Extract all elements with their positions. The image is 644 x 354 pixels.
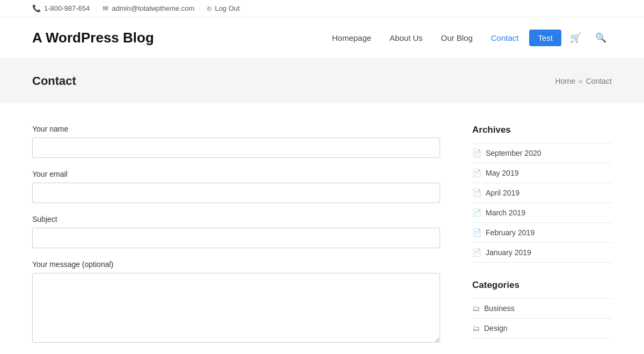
breadcrumb: Home » Contact — [555, 77, 612, 85]
email-group: Your email — [32, 170, 440, 203]
subject-group: Subject — [32, 215, 440, 248]
archives-list: 📄 September 2020 📄 May 2019 📄 April 2019… — [472, 143, 612, 263]
main-layout: Your name Your email Subject Your messag… — [0, 103, 644, 354]
logout-icon: ⎋ — [207, 4, 211, 12]
categories-heading: Categories — [472, 280, 612, 291]
breadcrumb-home[interactable]: Home — [555, 77, 575, 85]
breadcrumb-current: Contact — [586, 77, 612, 85]
file-icon: 📄 — [472, 248, 481, 257]
archive-jan-2019: January 2019 — [486, 248, 531, 257]
categories-section: Categories 🗂 Business 🗂 Design — [472, 280, 612, 338]
email-icon: ✉ — [103, 4, 108, 12]
email-address: admin@totalwptheme.com — [112, 4, 194, 12]
contact-form: Your name Your email Subject Your messag… — [32, 125, 440, 354]
file-icon: 📄 — [472, 149, 481, 157]
page-header-bar: Contact Home » Contact — [0, 59, 644, 103]
file-icon: 📄 — [472, 228, 481, 237]
file-icon: 📄 — [472, 169, 481, 177]
nav-about-us[interactable]: About Us — [382, 30, 430, 46]
phone-item: 📞 1-800-987-654 — [32, 4, 90, 12]
sidebar: Archives 📄 September 2020 📄 May 2019 📄 A… — [472, 125, 612, 354]
archives-heading: Archives — [472, 125, 612, 135]
email-item: ✉ admin@totalwptheme.com — [103, 4, 194, 12]
phone-icon: 📞 — [32, 4, 41, 12]
subject-input[interactable] — [32, 228, 440, 248]
email-input[interactable] — [32, 183, 440, 203]
nav-test-button[interactable]: Test — [529, 30, 561, 46]
list-item[interactable]: 📄 September 2020 — [472, 143, 612, 163]
categories-list: 🗂 Business 🗂 Design — [472, 298, 612, 338]
file-icon: 📄 — [472, 189, 481, 197]
archives-section: Archives 📄 September 2020 📄 May 2019 📄 A… — [472, 125, 612, 263]
nav-homepage[interactable]: Homepage — [324, 30, 378, 46]
email-label: Your email — [32, 170, 440, 178]
cart-icon[interactable]: 🛒 — [565, 29, 587, 47]
list-item[interactable]: 🗂 Business — [472, 298, 612, 319]
subject-label: Subject — [32, 215, 440, 223]
category-business: Business — [484, 304, 515, 313]
list-item[interactable]: 📄 May 2019 — [472, 163, 612, 183]
breadcrumb-separator: » — [579, 77, 583, 85]
top-bar: 📞 1-800-987-654 ✉ admin@totalwptheme.com… — [0, 0, 644, 17]
search-icon[interactable]: 🔍 — [590, 29, 612, 47]
name-label: Your name — [32, 125, 440, 133]
logout-label[interactable]: Log Out — [215, 4, 239, 12]
main-nav: Homepage About Us Our Blog Contact Test … — [324, 29, 612, 47]
message-textarea[interactable] — [32, 273, 440, 343]
archive-sep-2020: September 2020 — [486, 149, 541, 157]
site-title[interactable]: A WordPress Blog — [32, 30, 154, 46]
folder-icon: 🗂 — [472, 304, 480, 313]
archive-feb-2019: February 2019 — [486, 228, 535, 237]
message-label: Your message (optional) — [32, 260, 440, 269]
list-item[interactable]: 📄 March 2019 — [472, 203, 612, 223]
list-item[interactable]: 📄 February 2019 — [472, 223, 612, 243]
archive-apr-2019: April 2019 — [486, 189, 519, 197]
name-group: Your name — [32, 125, 440, 158]
category-design: Design — [484, 324, 508, 333]
list-item[interactable]: 🗂 Design — [472, 319, 612, 338]
archive-may-2019: May 2019 — [486, 169, 518, 177]
phone-number: 1-800-987-654 — [44, 4, 90, 12]
site-header: A WordPress Blog Homepage About Us Our B… — [0, 17, 644, 59]
message-group: Your message (optional) — [32, 260, 440, 344]
nav-contact[interactable]: Contact — [484, 30, 526, 46]
page-title: Contact — [32, 74, 76, 88]
nav-our-blog[interactable]: Our Blog — [434, 30, 480, 46]
name-input[interactable] — [32, 138, 440, 158]
archive-mar-2019: March 2019 — [486, 208, 525, 217]
folder-icon: 🗂 — [472, 324, 480, 333]
list-item[interactable]: 📄 January 2019 — [472, 243, 612, 263]
logout-item[interactable]: ⎋ Log Out — [207, 4, 239, 12]
list-item[interactable]: 📄 April 2019 — [472, 183, 612, 203]
file-icon: 📄 — [472, 208, 481, 217]
